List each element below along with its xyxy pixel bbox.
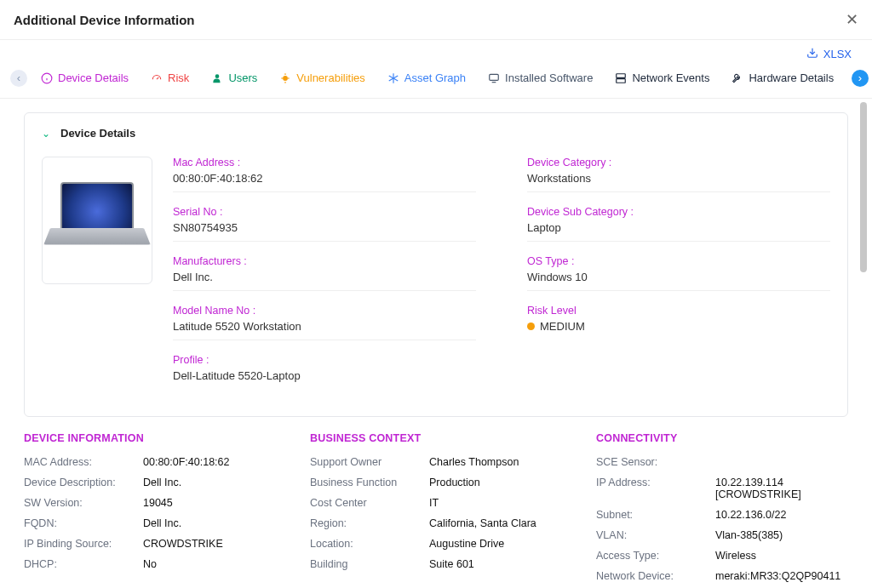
field-os-type: OS Type : Windows 10 [527, 255, 830, 291]
tab-risk[interactable]: Risk [142, 65, 198, 91]
table-row: Access Type:Wireless [596, 550, 848, 562]
table-row: Network Device:meraki:MR33:Q2QP90411 [596, 570, 848, 582]
svg-rect-16 [617, 73, 626, 77]
export-label: XLSX [823, 48, 852, 60]
tab-users[interactable]: Users [203, 65, 266, 91]
field-serial: Serial No : SN80754935 [173, 206, 476, 242]
tabs-bar: ‹ Device Details Risk Users Vulnerabilit… [0, 65, 872, 99]
table-row: IP Binding Source:CROWDSTRIKE [24, 538, 276, 550]
user-icon [211, 72, 223, 84]
table-row: Location:Augustine Drive [310, 538, 562, 550]
table-row: Support OwnerCharles Thompson [310, 456, 562, 468]
table-row: VLAN:Vlan-385(385) [596, 529, 848, 541]
tabs-prev-button[interactable]: ‹ [10, 70, 27, 87]
network-icon [615, 72, 627, 84]
modal-title: Additional Device Information [14, 13, 195, 27]
close-icon[interactable]: ✕ [846, 10, 858, 29]
table-row: Subnet:10.22.136.0/22 [596, 509, 848, 521]
field-category: Device Category : Workstations [527, 157, 830, 192]
info-icon [41, 72, 53, 84]
tab-vulnerabilities[interactable]: Vulnerabilities [271, 65, 373, 91]
svg-point-5 [215, 74, 220, 78]
table-row: SW Version:19045 [24, 497, 276, 509]
tab-installed-software[interactable]: Installed Software [479, 65, 601, 91]
chevron-down-icon: ⌄ [42, 128, 50, 140]
device-summary: Mac Address : 00:80:0F:40:18:62 Serial N… [42, 157, 830, 399]
table-row: Device Description:Dell Inc. [24, 477, 276, 488]
info-sections: DEVICE INFORMATION MAC Address:00:80:0F:… [24, 432, 848, 585]
field-model: Model Name No : Latitude 5520 Workstatio… [173, 305, 476, 340]
section-connectivity: CONNECTIVITY SCE Sensor: IP Address:10.2… [596, 432, 848, 585]
panel-header[interactable]: ⌄ Device Details [42, 127, 830, 140]
export-row: XLSX [0, 40, 872, 65]
snowflake-icon [387, 72, 399, 84]
table-row: FQDN:Dell Inc. [24, 517, 276, 529]
export-xlsx-button[interactable]: XLSX [806, 47, 852, 61]
tabs-next-button[interactable]: › [852, 70, 869, 87]
table-row: BuildingSuite 601 [310, 558, 562, 570]
svg-line-4 [157, 77, 158, 78]
tab-asset-graph[interactable]: Asset Graph [379, 65, 474, 91]
svg-point-6 [283, 76, 288, 81]
content-area: ⌄ Device Details Mac Address : 00:80:0F:… [0, 99, 872, 585]
svg-rect-14 [490, 74, 499, 80]
table-row: Cost CenterIT [310, 497, 562, 509]
scrollbar[interactable] [860, 102, 867, 272]
table-row: DHCP:No [24, 558, 276, 570]
field-subcategory: Device Sub Category : Laptop [527, 206, 830, 242]
tab-network-events[interactable]: Network Events [606, 65, 718, 91]
table-row: Region:California, Santa Clara [310, 517, 562, 529]
field-manufacturer: Manufacturers : Dell Inc. [173, 255, 476, 291]
field-risk-level: Risk Level MEDIUM [527, 305, 830, 336]
field-profile: Profile : Dell-Latitude 5520-Laptop [173, 354, 476, 385]
device-image [42, 157, 152, 284]
table-row: Business FunctionProduction [310, 477, 562, 488]
gauge-icon [151, 72, 163, 84]
risk-dot-icon [527, 323, 535, 330]
field-mac: Mac Address : 00:80:0F:40:18:62 [173, 157, 476, 192]
section-business-context: BUSINESS CONTEXT Support OwnerCharles Th… [310, 432, 562, 585]
laptop-icon [50, 182, 144, 259]
table-row: IP Address:10.22.139.114 [CROWDSTRIKE] [596, 477, 848, 500]
table-row: MAC Address:00:80:0F:40:18:62 [24, 456, 276, 468]
svg-rect-17 [617, 78, 626, 83]
bug-icon [279, 72, 291, 84]
download-icon [806, 47, 818, 61]
section-device-information: DEVICE INFORMATION MAC Address:00:80:0F:… [24, 432, 276, 585]
table-row: SCE Sensor: [596, 456, 848, 468]
tab-device-details[interactable]: Device Details [32, 65, 137, 91]
panel-title: Device Details [60, 127, 135, 140]
tab-hardware-details[interactable]: Hardware Details [723, 65, 842, 91]
modal-header: Additional Device Information ✕ [0, 0, 872, 40]
device-details-panel: ⌄ Device Details Mac Address : 00:80:0F:… [24, 112, 848, 417]
wrench-icon [731, 72, 743, 84]
monitor-icon [488, 72, 500, 84]
